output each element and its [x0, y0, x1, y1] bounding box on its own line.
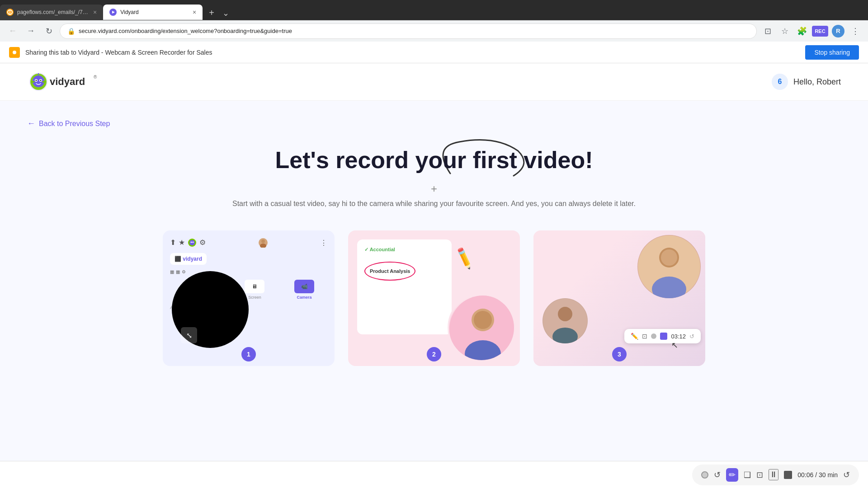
tab-close-pageflows[interactable]: × [93, 9, 97, 16]
stop-button[interactable] [784, 471, 792, 479]
circle-ctrl [651, 333, 656, 339]
top-navigation: vidyard ® 6 Hello, Robert [0, 63, 868, 101]
checkmark-label: ✓ Accountial [364, 247, 444, 253]
main-heading: Let's record your first video! [27, 146, 841, 174]
tab-pageflows[interactable]: pageflows.com/_emails/_/7fb5c... × [0, 5, 103, 20]
svg-point-11 [36, 80, 37, 81]
svg-point-34 [558, 307, 572, 321]
card-2-number: 2 [427, 347, 441, 361]
reset-rec-button[interactable]: ↺ [843, 470, 850, 480]
card-3-number: 3 [612, 347, 627, 361]
expand-button[interactable]: ⤡ [181, 327, 197, 343]
ctrl-time-display: 03:12 [671, 333, 686, 340]
time-separator: / [815, 471, 819, 479]
tab-favicon-vidyard [109, 9, 117, 16]
rec-badge: REC [812, 26, 828, 37]
sharing-icon [9, 47, 20, 58]
cards-row: ⬆ ★ ⚙ [27, 230, 841, 366]
card-3-bg: ✏️ ⊡ 03:12 ↺ ↖ [533, 230, 705, 366]
refresh-nav-button[interactable]: ↻ [42, 24, 56, 38]
sharing-banner: Sharing this tab to Vidyard - Webcam & S… [0, 42, 868, 63]
recording-controls: ↺ ✏ ❑ ⊡ ⏸ 00:06 / 30 min ↺ [692, 465, 859, 485]
sharing-banner-text: Sharing this tab to Vidyard - Webcam & S… [25, 49, 800, 56]
tab-favicon-pageflows [6, 9, 14, 16]
person-svg [449, 295, 515, 361]
new-tab-button[interactable]: + [204, 5, 219, 20]
vidyard-logo: vidyard ® [27, 70, 99, 93]
forward-nav-button[interactable]: → [24, 24, 38, 38]
recording-time: 00:06 / 30 min [797, 471, 838, 479]
user-greeting: 6 Hello, Robert [772, 74, 841, 90]
layers-tool-button[interactable]: ⊡ [756, 470, 763, 480]
bookmark-icon[interactable]: ☆ [778, 24, 792, 38]
recording-toolbar: ↺ ✏ ❑ ⊡ ⏸ 00:06 / 30 min ↺ [0, 461, 868, 488]
person-top-svg [637, 235, 701, 298]
upload-icon: ⬆ [170, 238, 176, 247]
tab-vidyard[interactable]: Vidyard × [103, 5, 203, 20]
time-elapsed: 00:06 [797, 471, 813, 479]
video-controls-overlay: ✏️ ⊡ 03:12 ↺ [624, 329, 701, 343]
star-icon: ★ [179, 238, 185, 247]
greeting-text: Hello, Robert [793, 77, 841, 87]
person-bottom-svg [542, 298, 588, 343]
shape-tool-button[interactable]: ❑ [744, 470, 751, 480]
card-presentation: ✓ Accountial Product Analysis ✏️ [348, 230, 520, 366]
svg-point-32 [661, 249, 677, 266]
svg-point-12 [40, 80, 42, 81]
ctrl-refresh-icon[interactable]: ↺ [689, 333, 694, 340]
record-button[interactable] [701, 471, 708, 479]
person-top-right [637, 235, 701, 298]
svg-text:vidyard: vidyard [50, 76, 85, 87]
undo-rec-button[interactable]: ↺ [714, 470, 721, 480]
lock-icon: 🔒 [67, 28, 75, 35]
card-extension: ⬆ ★ ⚙ [163, 230, 335, 366]
vidyard-mini-icon [188, 238, 197, 247]
svg-point-21 [193, 242, 194, 243]
tab-label-pageflows: pageflows.com/_emails/_/7fb5c... [17, 9, 90, 15]
user-number-badge: 6 [772, 74, 788, 90]
back-nav-button[interactable]: ← [5, 24, 20, 38]
cursor-pointer: ↖ [671, 340, 678, 350]
more-options-icon: ⋮ [320, 239, 327, 247]
diagram-area: ✓ Accountial Product Analysis [357, 239, 452, 334]
stop-ctrl-btn[interactable] [660, 333, 667, 340]
tab-overflow-button[interactable]: ⌄ [221, 6, 231, 20]
crop-ctrl-icon[interactable]: ⊡ [642, 333, 647, 340]
svg-text:®: ® [94, 75, 97, 80]
browser-toolbar: ← → ↻ 🔒 secure.vidyard.com/onboarding/ex… [0, 20, 868, 42]
option-camera[interactable]: 📹 Camera [294, 280, 314, 300]
back-link[interactable]: ← Back to Previous Step [27, 119, 841, 128]
toolbar-actions: ⊡ ☆ 🧩 REC R ⋮ [760, 24, 863, 38]
tab-close-vidyard[interactable]: × [193, 9, 196, 16]
svg-point-28 [474, 311, 492, 329]
option-screen[interactable]: 🖥 Screen [245, 280, 264, 300]
address-bar[interactable]: 🔒 secure.vidyard.com/onboarding/extensio… [60, 23, 757, 39]
content-area: ← Back to Previous Step Let's record you… [0, 101, 868, 384]
card-mini-logo: ⬛ vidyard [170, 253, 207, 265]
edit-ctrl-icon[interactable]: ✏️ [631, 333, 638, 340]
ctrl-icon-2: ▦ [176, 269, 180, 274]
extensions-icon[interactable]: 🧩 [795, 24, 809, 38]
pencil-icon: ✏️ [452, 246, 477, 271]
svg-point-19 [189, 240, 195, 245]
pen-tool-button[interactable]: ✏ [726, 468, 738, 482]
plus-symbol: + [27, 183, 841, 195]
stop-sharing-button[interactable]: Stop sharing [805, 45, 859, 60]
tab-label-vidyard: Vidyard [120, 9, 138, 15]
url-text: secure.vidyard.com/onboarding/extension_… [79, 28, 292, 34]
profile-icon[interactable]: R [831, 24, 845, 38]
avatar: R [832, 25, 844, 38]
person-bottom-left [542, 298, 588, 343]
record-options: ▦ ▦ ⚙ [170, 269, 327, 274]
browser-menu-button[interactable]: ⋮ [848, 24, 863, 38]
back-arrow-icon: ← [27, 119, 35, 128]
cast-icon[interactable]: ⊡ [760, 24, 775, 38]
diagram-oval: Product Analysis [364, 262, 415, 281]
card-1-number: 1 [241, 347, 256, 361]
pause-button[interactable]: ⏸ [769, 469, 778, 480]
logo: vidyard ® [27, 70, 99, 93]
person-avatar [448, 294, 515, 361]
svg-point-5 [13, 51, 16, 54]
svg-point-23 [261, 239, 265, 243]
heading-section: Let's record your first video! [27, 146, 841, 174]
